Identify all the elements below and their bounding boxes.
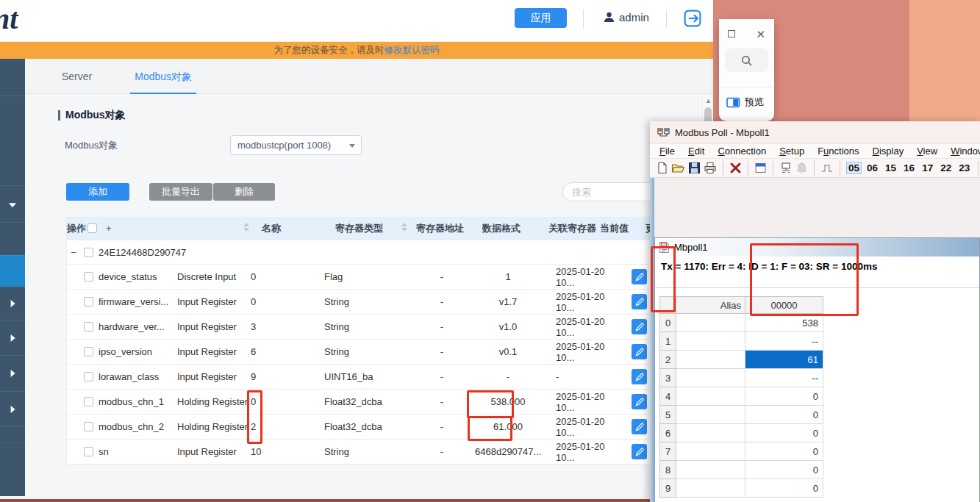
function-22-button[interactable]: 22 (938, 162, 954, 174)
tab-modbus对象[interactable]: Modbus对象 (135, 59, 192, 94)
grid-value-cell[interactable]: 0 (745, 479, 823, 498)
row-checkbox[interactable] (84, 447, 93, 456)
row-checkbox[interactable] (84, 397, 93, 406)
disconnect-icon[interactable] (729, 161, 742, 176)
grid-value-cell[interactable]: 0 (745, 406, 823, 424)
batch-export-button[interactable]: 批量导出 (149, 183, 212, 201)
sort-icon[interactable] (401, 223, 407, 232)
function-17-button[interactable]: 17 (920, 162, 935, 174)
column-header-1[interactable]: 寄存器类型 (335, 218, 383, 240)
column-header-0[interactable]: 名称 (262, 218, 281, 240)
row-checkbox[interactable] (84, 322, 93, 331)
sidebar-item-8[interactable] (0, 391, 25, 426)
grid-alias-cell[interactable] (676, 424, 745, 442)
pulse-icon[interactable] (820, 161, 834, 176)
sidebar-item-10[interactable] (0, 442, 25, 496)
grid-value-cell[interactable]: 0 (745, 387, 823, 406)
edit-button[interactable] (632, 444, 647, 459)
edit-button[interactable] (632, 269, 647, 284)
edit-button[interactable] (632, 394, 647, 409)
grid-alias-cell[interactable] (676, 387, 745, 406)
save-icon[interactable] (688, 161, 701, 176)
grid-alias-cell[interactable] (676, 442, 745, 461)
panel-search-button[interactable] (725, 49, 768, 72)
sidebar-item-3[interactable] (0, 222, 25, 255)
row-checkbox[interactable] (84, 372, 93, 381)
grid-value-cell[interactable]: 538 (745, 314, 823, 332)
grid-alias-cell[interactable] (676, 332, 745, 351)
column-header-7[interactable]: 操作 (67, 218, 86, 240)
function-23-button[interactable]: 23 (956, 162, 972, 174)
grid-alias-cell[interactable] (676, 479, 745, 498)
function-16-button[interactable]: 16 (901, 162, 917, 174)
grid-value-cell[interactable]: -- (745, 369, 823, 387)
menu-edit[interactable]: Edit (682, 146, 711, 157)
row-checkbox[interactable] (84, 272, 93, 282)
apply-button[interactable]: 应用 (515, 8, 567, 28)
grid-row-header[interactable]: 4 (659, 387, 676, 406)
column-header-2[interactable]: 寄存器地址 (416, 218, 464, 240)
menu-connection[interactable]: Connection (711, 146, 773, 157)
select-all-checkbox[interactable] (87, 223, 97, 233)
edit-button[interactable] (632, 294, 647, 309)
new-file-icon[interactable] (656, 161, 668, 176)
display-setup-icon[interactable] (754, 161, 767, 176)
grid-value-cell[interactable]: 61 (745, 351, 823, 369)
maximize-icon[interactable] (728, 30, 735, 37)
column-header-4[interactable]: 关联寄存器 (548, 218, 596, 240)
edit-button[interactable] (632, 369, 647, 384)
grid-row-header[interactable]: 6 (659, 424, 676, 442)
grid-row-header[interactable]: 3 (659, 369, 676, 387)
sidebar-item-2[interactable] (0, 185, 25, 222)
edit-button[interactable] (632, 419, 647, 434)
function-06-button[interactable]: 06 (865, 162, 880, 174)
sidebar-item-4[interactable] (0, 255, 25, 287)
sidebar-item-7[interactable] (0, 355, 25, 391)
grid-row-header[interactable]: 8 (659, 461, 676, 479)
scroll-up-arrow[interactable]: ▲ (703, 97, 714, 104)
grid-row-header[interactable]: 5 (659, 406, 676, 424)
menu-view[interactable]: View (910, 146, 944, 157)
alias-column-header[interactable]: Alias (676, 296, 745, 314)
grid-row-header[interactable]: 1 (659, 332, 676, 351)
grid-alias-cell[interactable] (676, 369, 745, 387)
grid-value-cell[interactable]: 0 (745, 424, 823, 442)
change-password-link[interactable]: 修改默认密码 (385, 45, 440, 55)
menu-display[interactable]: Display (866, 146, 911, 157)
sidebar-item-1[interactable] (0, 96, 25, 185)
tab-server[interactable]: Server (62, 59, 92, 94)
expand-all-toggle[interactable]: + (106, 218, 112, 240)
menu-setup[interactable]: Setup (773, 146, 811, 157)
grid-value-cell[interactable]: 0 (745, 461, 823, 479)
function-05-button[interactable]: 05 (846, 162, 862, 174)
modbus-object-select[interactable]: modbustcp(port 1008) (230, 135, 362, 155)
grid-alias-cell[interactable] (676, 314, 745, 332)
user-menu[interactable]: admin (603, 11, 649, 24)
collapse-toggle[interactable]: − (67, 247, 80, 258)
row-checkbox[interactable] (84, 422, 93, 431)
sidebar-item-9[interactable] (0, 426, 25, 442)
delete-button[interactable]: 删除 (213, 183, 275, 201)
alarm-bell-icon[interactable] (795, 161, 808, 176)
menu-file[interactable]: File (653, 146, 682, 157)
preview-menu-item[interactable]: 预览 (726, 96, 764, 109)
poll-definition-icon[interactable] (779, 161, 793, 176)
modbus-poll-titlebar[interactable]: Modbus Poll - Mbpoll1 (650, 121, 980, 143)
grid-alias-cell[interactable] (676, 351, 745, 369)
menu-window[interactable]: Window (944, 146, 980, 157)
sort-icon[interactable] (243, 223, 249, 232)
open-file-icon[interactable] (671, 161, 685, 176)
row-checkbox[interactable] (84, 347, 93, 356)
logout-button[interactable] (683, 9, 702, 28)
column-header-3[interactable]: 数据格式 (482, 218, 521, 240)
grid-row-header[interactable]: 7 (659, 442, 676, 461)
edit-button[interactable] (632, 344, 647, 359)
grid-row-header[interactable]: 0 (659, 314, 676, 332)
group-checkbox[interactable] (84, 248, 93, 257)
print-icon[interactable] (704, 161, 717, 176)
grid-alias-cell[interactable] (676, 406, 745, 424)
sidebar-item-5[interactable] (0, 287, 25, 320)
grid-row-header[interactable]: 9 (659, 479, 676, 498)
column-header-5[interactable]: 当前值 (600, 218, 629, 240)
device-group-row[interactable]: − 24E124468D290747 (67, 240, 709, 264)
